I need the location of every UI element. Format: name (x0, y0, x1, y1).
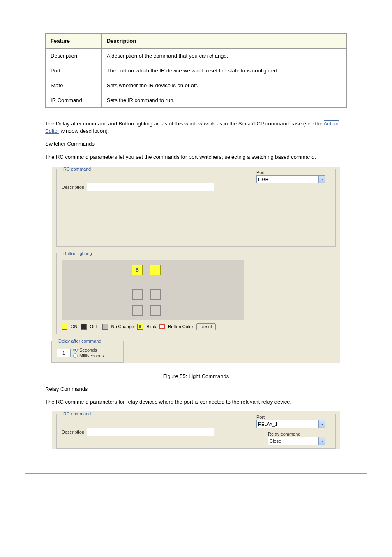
th-description: Description (101, 34, 346, 49)
radio-seconds[interactable] (73, 348, 78, 352)
fieldset-rc-command-relay: RC command Description Port ▾ Relay comm… (56, 411, 336, 449)
label-description: Description (62, 185, 84, 190)
feature-table: Feature Description Description A descri… (45, 33, 347, 108)
swatch-off (81, 324, 87, 330)
fieldset-button-lighting: Button lighting B ON OFF No Change (56, 251, 249, 334)
label-port: Port (256, 415, 265, 420)
swatch-buttoncolor (159, 324, 165, 329)
description-input[interactable] (87, 428, 214, 436)
dialog-relay-commands: RC command Description Port ▾ Relay comm… (52, 411, 340, 449)
para-relay: The RC command parameters for relay devi… (45, 398, 347, 406)
lighting-button-b[interactable]: B (132, 265, 143, 275)
relay-command-select[interactable] (268, 437, 325, 445)
lighting-button-slot[interactable] (132, 289, 143, 300)
table-row: IR Command Sets the IR command to run. (46, 93, 347, 108)
th-feature: Feature (46, 34, 102, 49)
label-relay-command: Relay command (268, 432, 300, 436)
label-port: Port (256, 170, 265, 175)
port-select[interactable] (256, 175, 325, 183)
para-switcher: The RC command parameters let you set th… (45, 153, 347, 161)
delay-input[interactable] (57, 349, 71, 357)
table-row: Description A description of the command… (46, 49, 347, 63)
description-input[interactable] (87, 183, 214, 191)
table-row: Port The port on which the IR device we … (46, 63, 347, 78)
label-description: Description (62, 429, 84, 434)
heading-switcher: Switcher Commands (45, 140, 347, 148)
swatch-on (62, 324, 67, 330)
lighting-button-slot[interactable] (150, 305, 161, 316)
table-row: State Sets whether the IR device is on o… (46, 78, 347, 93)
fieldset-delay: Delay after command Seconds Milliseconds (51, 339, 124, 363)
lighting-canvas: B (62, 260, 244, 320)
swatch-nochange (102, 324, 108, 330)
para-delay-lighting: The Delay after command and Button light… (45, 120, 347, 135)
lighting-button-slot[interactable] (132, 305, 143, 316)
lighting-button-slot[interactable] (150, 289, 161, 300)
fieldset-rc-command: RC command Description Port ▾ (56, 167, 336, 247)
lighting-button-on[interactable] (150, 265, 161, 275)
lighting-legend: ON OFF No Change B Blink Button Color Re… (62, 323, 244, 330)
port-select[interactable] (256, 420, 325, 428)
heading-relay: Relay Commands (45, 385, 347, 393)
swatch-blink: B (137, 324, 143, 330)
figure-caption: Figure 55: Light Commands (45, 373, 347, 380)
reset-button[interactable]: Reset (196, 323, 216, 330)
dialog-light-commands: RC command Description Port ▾ Button lig… (52, 167, 340, 363)
radio-milliseconds[interactable] (73, 353, 78, 358)
